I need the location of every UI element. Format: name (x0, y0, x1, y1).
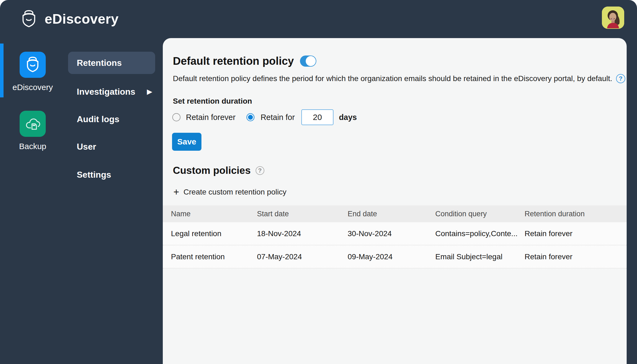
menu-item-user[interactable]: User (65, 135, 163, 158)
menu-item-settings[interactable]: Settings (65, 164, 163, 186)
default-policy-description: Default retention policy defines the per… (173, 74, 612, 83)
app-title: eDiscovery (45, 11, 119, 27)
menu-label: User (77, 142, 96, 152)
module-ediscovery[interactable]: eDiscovery (0, 52, 65, 92)
ediscovery-shield-icon (20, 52, 46, 78)
cell-condition-query: Email Subject=legal (435, 252, 525, 261)
retentions-panel: Default retention policy Default retenti… (163, 38, 627, 364)
custom-policies-table: Name Start date End date Condition query… (163, 205, 627, 269)
cell-end-date: 30-Nov-2024 (348, 229, 435, 238)
col-header-end-date: End date (348, 210, 435, 218)
radio-retain-for[interactable] (246, 113, 255, 121)
retention-days-input[interactable] (301, 109, 333, 125)
cell-start-date: 18-Nov-2024 (257, 229, 348, 238)
user-avatar[interactable] (602, 7, 624, 29)
create-custom-policy-label: Create custom retention policy (183, 188, 286, 196)
module-label-ediscovery: eDiscovery (0, 83, 65, 92)
default-policy-toggle[interactable] (300, 55, 316, 67)
col-header-condition-query: Condition query (435, 210, 525, 218)
ediscovery-logo-icon (20, 10, 38, 29)
menu-item-retentions[interactable]: Retentions (68, 52, 155, 74)
avatar-image (602, 7, 624, 29)
module-backup[interactable]: Backup (0, 111, 65, 151)
default-policy-description-row: Default retention policy defines the per… (173, 74, 625, 83)
default-policy-title: Default retention policy (173, 55, 294, 67)
col-header-start-date: Start date (257, 210, 348, 218)
menu-item-investigations[interactable]: Investigations ▶ (65, 81, 163, 103)
radio-dot (248, 115, 253, 120)
table-row[interactable]: Patent retention 07-May-2024 09-May-2024… (163, 245, 627, 269)
menu-label: Investigations (77, 87, 135, 97)
default-policy-header: Default retention policy (173, 55, 316, 67)
radio-retain-forever-label: Retain forever (186, 113, 235, 122)
col-header-name: Name (171, 210, 257, 218)
create-custom-policy-button[interactable]: + Create custom retention policy (173, 187, 286, 197)
col-header-retention-duration: Retention duration (525, 210, 627, 218)
set-retention-duration-label: Set retention duration (173, 97, 252, 106)
menu-label: Retentions (77, 58, 122, 68)
table-header-row: Name Start date End date Condition query… (163, 205, 627, 222)
help-icon-custom-policies[interactable]: ? (256, 166, 264, 175)
ediscovery-app: eDiscovery (0, 0, 637, 364)
menu-label: Audit logs (77, 114, 119, 124)
app-header: eDiscovery (0, 0, 637, 38)
table-row[interactable]: Legal retention 18-Nov-2024 30-Nov-2024 … (163, 222, 627, 245)
save-button[interactable]: Save (172, 133, 201, 151)
backup-cloud-icon (20, 111, 46, 137)
cell-retention-duration: Retain forever (525, 229, 627, 238)
cell-name: Legal retention (171, 229, 257, 238)
menu-item-audit-logs[interactable]: Audit logs (65, 108, 163, 130)
custom-policies-header: Custom policies ? (173, 165, 264, 176)
retention-duration-options: Retain forever Retain for days (172, 109, 357, 126)
cell-retention-duration: Retain forever (525, 252, 627, 261)
menu-label: Settings (77, 170, 111, 180)
cell-start-date: 07-May-2024 (257, 252, 348, 261)
cell-name: Patent retention (171, 252, 257, 261)
radio-retain-forever[interactable] (172, 113, 180, 121)
cell-condition-query: Contains=policy,Conte... (435, 229, 525, 238)
help-icon-default-policy[interactable]: ? (616, 74, 625, 83)
module-label-backup: Backup (0, 142, 65, 151)
cell-end-date: 09-May-2024 (348, 252, 435, 261)
plus-icon: + (173, 187, 179, 197)
days-suffix-label: days (339, 113, 357, 122)
custom-policies-title: Custom policies (173, 165, 251, 176)
module-rail: eDiscovery Backup (0, 38, 65, 364)
submenu-arrow-icon: ▶ (147, 88, 152, 95)
toggle-knob (306, 56, 316, 66)
sidebar-menu: Retentions Investigations ▶ Audit logs U… (65, 38, 163, 364)
radio-retain-for-label: Retain for (261, 113, 295, 122)
